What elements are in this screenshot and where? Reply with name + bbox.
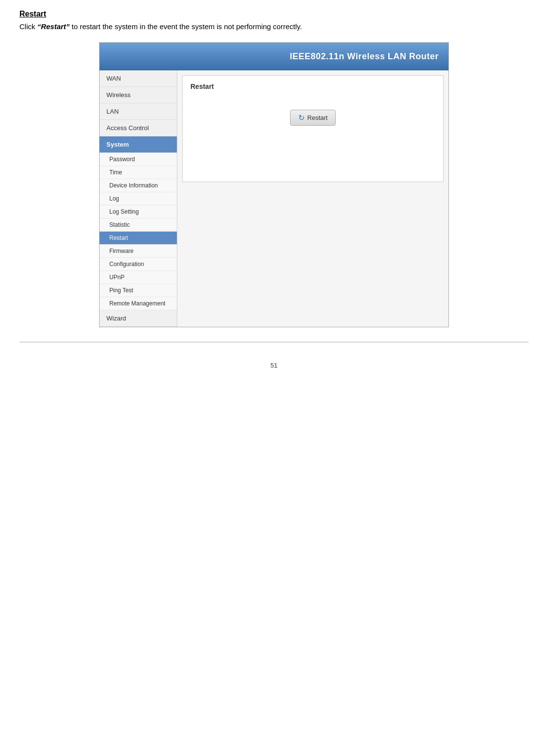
sidebar-item-access-control[interactable]: Access Control	[100, 120, 177, 136]
sidebar-submenu-statistic[interactable]: Statistic	[100, 218, 177, 232]
router-header-title: IEEE802.11n Wireless LAN Router	[290, 51, 439, 61]
router-ui: IEEE802.11n Wireless LAN Router WAN Wire…	[99, 42, 449, 327]
sidebar-submenu-time[interactable]: Time	[100, 166, 177, 179]
router-header: IEEE802.11n Wireless LAN Router	[100, 43, 448, 70]
sidebar-submenu-remote-management[interactable]: Remote Management	[100, 297, 177, 310]
sidebar-submenu-log-setting[interactable]: Log Setting	[100, 205, 177, 218]
sidebar-submenu-restart[interactable]: Restart	[100, 232, 177, 245]
desc-italic: “Restart”	[37, 22, 70, 31]
sidebar-submenu-log[interactable]: Log	[100, 192, 177, 205]
sidebar: WAN Wireless LAN Access Control System P…	[100, 70, 177, 327]
sidebar-item-wan[interactable]: WAN	[100, 70, 177, 87]
main-content: Restart ↻ Restart	[177, 70, 448, 327]
sidebar-submenu-device-info[interactable]: Device Information	[100, 179, 177, 192]
desc-suffix: to restart the system in the event the s…	[69, 22, 302, 31]
content-panel-title: Restart	[190, 83, 435, 90]
sidebar-item-wizard[interactable]: Wizard	[100, 310, 177, 327]
router-body: WAN Wireless LAN Access Control System P…	[100, 70, 448, 327]
restart-button[interactable]: ↻ Restart	[290, 110, 336, 126]
sidebar-submenu-firmware[interactable]: Firmware	[100, 245, 177, 258]
page-description: Click “Restart” to restart the system in…	[19, 21, 457, 33]
bottom-line	[19, 342, 529, 342]
sidebar-submenu-upnp[interactable]: UPnP	[100, 271, 177, 284]
page-number: 51	[19, 362, 529, 369]
desc-prefix: Click	[19, 22, 37, 31]
sidebar-item-system[interactable]: System	[100, 136, 177, 153]
sidebar-item-wireless[interactable]: Wireless	[100, 87, 177, 103]
sidebar-submenu-password[interactable]: Password	[100, 153, 177, 166]
page-title: Restart	[19, 10, 529, 18]
restart-button-area: ↻ Restart	[190, 100, 435, 135]
restart-icon: ↻	[298, 113, 305, 122]
restart-button-label: Restart	[308, 114, 328, 121]
content-panel: Restart ↻ Restart	[182, 75, 444, 182]
sidebar-submenu-ping-test[interactable]: Ping Test	[100, 284, 177, 297]
sidebar-item-lan[interactable]: LAN	[100, 103, 177, 120]
sidebar-submenu-configuration[interactable]: Configuration	[100, 258, 177, 271]
